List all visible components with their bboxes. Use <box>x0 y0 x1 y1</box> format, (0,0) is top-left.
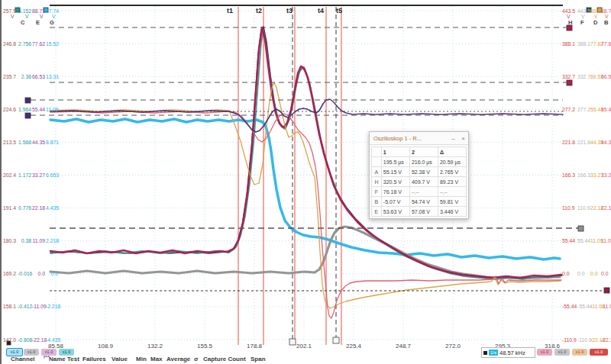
x-axis-label: 132.2 <box>147 343 163 350</box>
cursor-handle-e1[interactable] <box>25 98 31 103</box>
plot-top-border <box>50 5 563 6</box>
scale-badge[interactable]: x1.0 <box>41 349 57 356</box>
measurement-popup[interactable]: Oszilloskop 1 - R... – × 12Δ195.5 µs216.… <box>369 131 469 219</box>
popup-cell: 76.18 V <box>381 187 409 197</box>
popup-cell: 3.446 V <box>438 207 466 217</box>
popup-col-header: 1 <box>381 147 409 157</box>
t-cursor-label-5[interactable]: t5 <box>336 7 342 14</box>
axis-value: 202.4 <box>1 172 16 179</box>
column-header-failures[interactable]: Failures <box>82 356 106 362</box>
axis-value: -0.016 <box>18 270 31 277</box>
cursor-handle-e2[interactable] <box>25 113 31 118</box>
t-cursor-label-1[interactable]: t1 <box>227 7 233 14</box>
axis-value: 3.152 <box>18 8 31 14</box>
axis-value: 0.0 <box>590 270 601 277</box>
axis-value: 2.218 <box>46 237 58 244</box>
axis-value: 0.0 <box>46 270 58 277</box>
channel-letter: D <box>593 19 597 26</box>
popup-cell: E <box>372 207 382 217</box>
column-header-max[interactable]: Max <box>150 356 163 362</box>
column-header-test[interactable]: Test <box>67 356 79 362</box>
popup-cell: F <box>372 187 382 197</box>
popup-cell: 2.765 V <box>438 167 466 177</box>
axis-value: 166.3 <box>577 172 590 179</box>
channel-letter: H <box>568 19 572 26</box>
scale-badge[interactable]: x1.0 <box>572 349 587 356</box>
axis-value: 66.53 <box>601 73 611 80</box>
column-header-span[interactable]: Span <box>251 356 266 362</box>
oscilloscope-app: 257.93.15288.7117.74246.82.75677.6215.52… <box>0 0 611 364</box>
axis-value: -110.9 <box>577 337 590 343</box>
column-header-min[interactable]: Min <box>136 356 147 362</box>
popup-cell: 52.38 V <box>409 167 438 177</box>
scale-badge[interactable]: x1.0 <box>24 349 39 356</box>
axis-value: 0.776 <box>18 205 31 211</box>
t-cursor-label-4[interactable]: t4 <box>318 7 324 14</box>
popup-row: F76.18 V–,––,– <box>372 187 467 197</box>
axis-value: 213.5 <box>1 139 16 146</box>
popup-cell <box>372 157 382 167</box>
column-header-capture-count[interactable]: Capture Count <box>203 356 246 362</box>
axis-unit: V <box>11 13 15 20</box>
axis-value: -0.412 <box>18 303 31 310</box>
scale-badge[interactable]: x1.0 <box>590 349 608 356</box>
x-cursor-handle-1[interactable] <box>289 339 296 345</box>
axis-unit: V <box>40 13 44 20</box>
axis-value: 0.38 <box>18 237 31 244</box>
axis-value: 33.27 <box>590 172 601 179</box>
popup-cell: 57.08 V <box>409 207 438 217</box>
popup-row: H320.5 V409.7 V89.23 V <box>372 177 467 187</box>
popup-measurement-table: 12Δ195.5 µs216.0 µs20.59 µsA55.15 V52.38… <box>371 147 467 217</box>
popup-cell: B <box>372 197 382 207</box>
axis-value: 44.35 <box>590 139 601 146</box>
popup-row: B-5.07 V54.74 V59.81 V <box>372 197 467 207</box>
scale-badge[interactable]: x1.0 <box>59 349 74 356</box>
axis-value: 66.53 <box>590 73 601 80</box>
minimize-button[interactable]: – <box>448 135 458 142</box>
frequency-readout[interactable]: 1/s 48.57 kHz <box>481 347 535 358</box>
column-header-σ[interactable]: σ <box>194 356 198 362</box>
close-button[interactable]: × <box>458 135 468 142</box>
axis-value: -55.44 <box>577 303 590 310</box>
cursor-handle-b[interactable] <box>604 288 609 293</box>
popup-titlebar[interactable]: Oszilloskop 1 - R... – × <box>370 132 468 145</box>
axis-value: 1.964 <box>18 106 31 113</box>
axis-value: 158.1 <box>1 303 16 310</box>
t-cursor-label-2[interactable]: t2 <box>256 7 262 14</box>
channel-letter: G <box>50 19 54 26</box>
axis-value: -110.9 <box>562 337 577 343</box>
axis-value: 15.52 <box>46 40 58 47</box>
axis-value: 55.44 <box>577 237 590 244</box>
axis-value: 0.0 <box>562 270 577 277</box>
axis-value: 55.44 <box>32 106 45 113</box>
column-header-value[interactable]: Value <box>112 356 128 362</box>
cursor-handle-f[interactable] <box>578 226 584 231</box>
axis-value: 1.172 <box>18 172 31 179</box>
x-cursor-handle-2[interactable] <box>333 337 339 343</box>
axis-value: 191.4 <box>1 205 16 211</box>
scale-badge[interactable]: x1.0 <box>537 349 552 356</box>
popup-cell: 59.81 V <box>438 197 466 207</box>
cursor-handle-h2[interactable] <box>567 80 572 85</box>
axis-value: -22.18 <box>590 337 601 343</box>
axis-value: 235.7 <box>1 73 16 80</box>
popup-cell: 55.15 V <box>381 167 409 177</box>
scale-badge[interactable]: x1.0 <box>6 348 23 356</box>
axis-value: 0.0 <box>601 270 611 277</box>
axis-value: 180.3 <box>1 237 16 244</box>
popup-cell: 216.0 µs <box>409 157 438 167</box>
axis-value: 33.27 <box>601 172 611 179</box>
t-cursor-label-3[interactable]: t3 <box>286 7 293 14</box>
axis-value: 55.44 <box>590 106 601 113</box>
axis-value: 388.1 <box>562 40 577 47</box>
column-header-average[interactable]: Average <box>166 356 190 362</box>
cursor-handle-h1[interactable] <box>567 25 572 31</box>
column-header-name[interactable]: Name <box>49 356 66 362</box>
scale-badge[interactable]: x1.0 <box>554 349 570 356</box>
x-axis-label: 155.5 <box>197 343 212 350</box>
axis-value: 221.8 <box>562 139 577 146</box>
column-header-channel[interactable]: Channel <box>11 356 35 362</box>
axis-value: 2.756 <box>18 40 31 47</box>
axis-value: 11.09 <box>601 237 611 244</box>
popup-cell: H <box>372 177 382 187</box>
